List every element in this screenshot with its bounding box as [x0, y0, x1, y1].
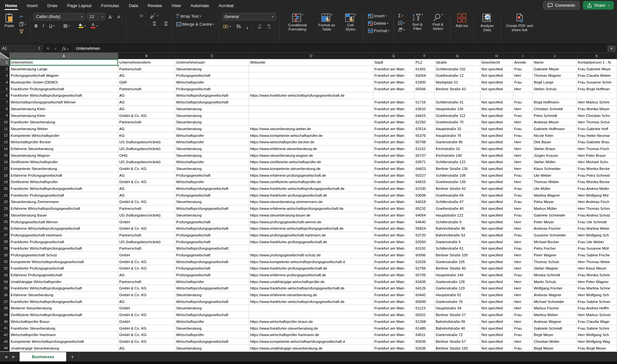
- cell-H24[interactable]: Not specified: [480, 212, 513, 219]
- cell-F13[interactable]: 65798: [415, 139, 435, 146]
- cell-J38[interactable]: Markus Fischer: [533, 305, 577, 312]
- cell-A31[interactable]: Kompetente Wirtschaftsprüfungsgesellscha…: [10, 259, 118, 265]
- cell-K7[interactable]: Herr Markus Schmi: [577, 99, 617, 106]
- cell-J33[interactable]: Monika Schmidt: [533, 272, 577, 279]
- cell-E9[interactable]: Frankfurt am Main: [373, 112, 415, 119]
- underline-button[interactable]: U▾: [48, 23, 55, 29]
- cell-B6[interactable]: AG: [118, 92, 175, 99]
- cell-I40[interactable]: Herr: [513, 318, 533, 325]
- cell-C13[interactable]: Wirtschaftsprüfer: [175, 139, 249, 146]
- cell-B8[interactable]: AG: [118, 106, 175, 112]
- cell-A18[interactable]: Erfahrene Prüfungsgesellschaft: [10, 172, 118, 179]
- cell-C5[interactable]: Prüfungsgesellschaft: [175, 86, 249, 93]
- cell-J39[interactable]: Martina Weber: [533, 312, 577, 318]
- cell-F36[interactable]: 60442: [415, 292, 435, 298]
- cell-G24[interactable]: Hauptstraße 122: [435, 212, 480, 219]
- cell-J19[interactable]: Thomas Weber: [533, 179, 577, 185]
- increase-indent-button[interactable]: →: [159, 21, 168, 26]
- cell-G38[interactable]: Hauptstraße 34: [435, 305, 480, 312]
- cell-D12[interactable]: https://www.kompetente-wirtschaftsprüfer…: [249, 132, 373, 139]
- cell-K43[interactable]: Herr Wolfgang Wag: [577, 338, 617, 345]
- cell-A19[interactable]: Zertifizierte Wirtschaftsprüfer: [10, 179, 118, 185]
- cell-I21[interactable]: Frau: [513, 192, 533, 199]
- row-header-13[interactable]: 13: [0, 139, 10, 146]
- cell-I37[interactable]: Herr: [513, 298, 533, 305]
- tab-page-layout[interactable]: Page Layout: [67, 1, 92, 11]
- name-box[interactable]: A1 ▲▼: [0, 44, 42, 52]
- formula-bar-expand-button[interactable]: ▼: [607, 45, 616, 52]
- cell-C21[interactable]: Prüfungsgesellschaft: [175, 192, 249, 199]
- cell-J16[interactable]: Stefan Müller: [533, 159, 577, 165]
- row-header-9[interactable]: 9: [0, 112, 10, 119]
- cell-D19[interactable]: https://www.zertifizierte-wirtschaftsprü…: [249, 179, 373, 185]
- cell-D11[interactable]: https://www.steuerberatung-weber.de: [249, 126, 373, 132]
- cell-F5[interactable]: 65566: [415, 86, 435, 93]
- tab-draw[interactable]: Draw: [47, 1, 58, 11]
- cell-C29[interactable]: Wirtschaftsprüfungsgesellschaft: [175, 245, 249, 252]
- cell-A42[interactable]: Wirtschaftsprüfer Hartmann: [10, 332, 118, 338]
- cell-C15[interactable]: Steuerberatung: [175, 152, 249, 159]
- accounting-format-button[interactable]: ▾: [222, 24, 232, 29]
- cell-G37[interactable]: Gartenstraße 76: [435, 298, 480, 305]
- cell-G26[interactable]: Bahnhofstraße 96: [435, 225, 480, 232]
- cell-D5[interactable]: [249, 86, 373, 93]
- cell-F30[interactable]: 60996: [415, 252, 435, 259]
- cell-G8[interactable]: Hauptstraße 126: [435, 106, 480, 112]
- cell-F14[interactable]: 61142: [415, 146, 435, 152]
- cell-G41[interactable]: Bahnhofstraße 40: [435, 325, 480, 332]
- cell-I35[interactable]: Herr: [513, 285, 533, 292]
- cell-K32[interactable]: Herr Klaus Meyer: [577, 265, 617, 272]
- cell-K28[interactable]: Frau Ute Weber: [577, 239, 617, 245]
- cell-styles-button[interactable]: ▾ Cell Styles: [341, 13, 360, 42]
- cell-I41[interactable]: Frau: [513, 325, 533, 332]
- cell-H14[interactable]: Not specified: [480, 146, 513, 152]
- cell-J28[interactable]: Michael Becker: [533, 239, 577, 245]
- cell-A1[interactable]: Unternehmen: [10, 59, 118, 66]
- conditional-formatting-button[interactable]: ▾ Conditional Formatting: [283, 13, 312, 42]
- delete-cells-button[interactable]: Delete ▾: [367, 20, 390, 26]
- cell-A30[interactable]: Prüfungsgesellschaft Schulz: [10, 252, 118, 259]
- decrease-decimal-button[interactable]: .00→0: [266, 23, 272, 30]
- cell-A36[interactable]: Erfahrene Steuerberatung: [10, 292, 118, 298]
- cell-C28[interactable]: Prüfungsgesellschaft: [175, 239, 249, 245]
- cell-C4[interactable]: Wirtschaftsprüfer: [175, 79, 249, 86]
- cell-B14[interactable]: UG (haftungsbeschränkt): [118, 146, 175, 152]
- cell-I8[interactable]: Herr: [513, 106, 533, 112]
- cell-F23[interactable]: 65232: [415, 205, 435, 212]
- cell-B42[interactable]: GmbH & Co. KG: [118, 332, 175, 338]
- cell-E43[interactable]: Frankfurt am Main: [373, 338, 415, 345]
- tab-view[interactable]: View: [171, 1, 182, 11]
- cell-A22[interactable]: Steuerberatung Zimmermann: [10, 199, 118, 205]
- cell-A2[interactable]: Steuerberatung Lange: [10, 66, 118, 73]
- cell-H26[interactable]: Not specified: [480, 225, 513, 232]
- cell-I27[interactable]: Frau: [513, 232, 533, 239]
- add-sheet-button[interactable]: +: [71, 354, 74, 360]
- cell-E33[interactable]: Frankfurt am Main: [373, 272, 415, 279]
- cell-E22[interactable]: Frankfurt am Main: [373, 199, 415, 205]
- cell-F18[interactable]: 60227: [415, 172, 435, 179]
- cell-J43[interactable]: Christian Müller: [533, 338, 577, 345]
- row-header-24[interactable]: 24: [0, 212, 10, 219]
- paste-button[interactable]: Paste: [3, 13, 16, 42]
- cell-I30[interactable]: Herr: [513, 252, 533, 259]
- cell-K2[interactable]: Frau Gabriele Meye: [577, 66, 617, 73]
- cell-G20[interactable]: Berliner Straße 92: [435, 185, 480, 192]
- cell-J22[interactable]: Petra Meyer: [533, 199, 577, 205]
- row-header-27[interactable]: 27: [0, 232, 10, 239]
- cell-E29[interactable]: Frankfurt am Main: [373, 245, 415, 252]
- cell-H3[interactable]: Not specified: [480, 72, 513, 79]
- cut-button[interactable]: ✂: [18, 13, 27, 20]
- cell-K42[interactable]: Herr Wolfgang Sch: [577, 332, 617, 338]
- cell-E2[interactable]: Frankfurt am Main: [373, 66, 415, 73]
- cell-K16[interactable]: Herr Michael Schn: [577, 159, 617, 165]
- selection-fill-handle[interactable]: [117, 65, 119, 67]
- cell-F27[interactable]: 63720: [415, 232, 435, 239]
- cell-D13[interactable]: https://www.wirtschaftsprüfer-becker.de: [249, 139, 373, 146]
- row-header-33[interactable]: 33: [0, 272, 10, 279]
- row-header-34[interactable]: 34: [0, 279, 10, 285]
- cell-I31[interactable]: Herr: [513, 259, 533, 265]
- cell-B11[interactable]: AG: [118, 126, 175, 132]
- align-center-button[interactable]: [135, 22, 137, 24]
- cell-G3[interactable]: Goethestraße 12: [435, 72, 480, 79]
- cell-H44[interactable]: Not specified: [480, 345, 513, 352]
